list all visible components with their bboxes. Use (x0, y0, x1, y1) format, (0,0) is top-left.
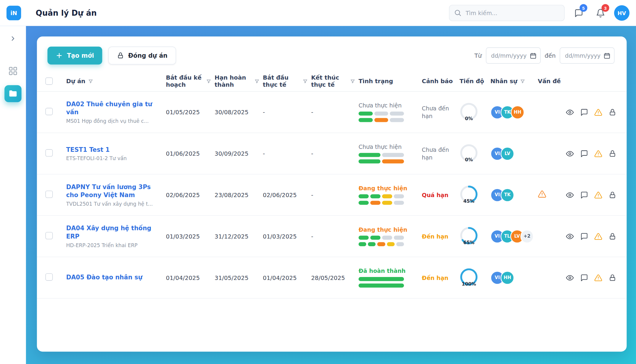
staff-avatars[interactable]: VITLLV+2 (490, 229, 534, 243)
staff-avatars[interactable]: VIHH (490, 271, 534, 285)
warning-button[interactable] (594, 108, 602, 116)
warning-label: Chưa đến hạn (422, 146, 455, 161)
table-row: TEST1 Test 1 ETS-TEFOLI-01-2 Tư vấn 01/0… (37, 133, 627, 175)
project-name-link[interactable]: DA02 Thuê chuyên gia tư vấn (66, 100, 162, 117)
sidebar-expand-button[interactable] (7, 33, 19, 45)
progress-ring: 45% (460, 197, 478, 205)
warning-button[interactable] (594, 232, 602, 240)
table-body: DA02 Thuê chuyên gia tư vấn MS01 Hợp đồn… (37, 92, 627, 299)
view-button[interactable] (566, 191, 574, 199)
view-button[interactable] (566, 149, 574, 157)
lock-button[interactable] (608, 191, 616, 199)
staff-avatars[interactable]: VITKHH (490, 105, 534, 119)
plan-start-date: 02/06/2025 (166, 192, 215, 198)
search-input[interactable] (449, 5, 565, 21)
close-project-button[interactable]: Đóng dự án (108, 47, 176, 65)
column-header-project[interactable]: Dự án (66, 78, 166, 85)
lock-icon (608, 149, 616, 157)
lock-button[interactable] (608, 273, 616, 281)
comment-button[interactable] (580, 191, 588, 199)
toolbar: Tạo mới Đóng dự án Từ dd/mm/yyyy đến dd/… (37, 36, 627, 65)
lock-button[interactable] (608, 108, 616, 116)
actual-start-date: 01/03/2025 (263, 233, 311, 239)
column-header-plan-start[interactable]: Bắt đầu kế hoạch (166, 74, 215, 88)
select-all-checkbox[interactable] (45, 78, 53, 85)
comment-button[interactable] (580, 149, 588, 157)
row-checkbox[interactable] (45, 190, 53, 198)
warning-label: Quá hạn (422, 191, 448, 199)
issue-warning-icon (538, 190, 546, 198)
user-avatar[interactable]: HV (614, 5, 629, 21)
filter-icon[interactable] (254, 78, 260, 84)
warning-triangle-icon (594, 273, 602, 281)
row-checkbox[interactable] (45, 108, 53, 115)
chat-icon (580, 191, 588, 199)
messages-button[interactable]: 5 (570, 5, 587, 21)
progress-ring: 65% (460, 239, 478, 247)
filter-icon[interactable] (88, 78, 93, 84)
column-header-actual-end[interactable]: Kết thúc thực tế (311, 74, 358, 88)
comment-button[interactable] (580, 108, 588, 116)
filter-icon[interactable] (302, 78, 308, 84)
warning-triangle-icon (594, 191, 602, 199)
date-from-input[interactable]: dd/mm/yyyy (486, 47, 540, 64)
status-label: Đang thực hiện (359, 185, 418, 191)
sidebar (0, 26, 26, 364)
progress-label: 45% (460, 197, 478, 205)
folder-icon (8, 89, 18, 99)
table-row: DA02 Thuê chuyên gia tư vấn MS01 Hợp đồn… (37, 92, 627, 133)
sidebar-item-dashboard[interactable] (4, 62, 22, 80)
comment-button[interactable] (580, 273, 588, 281)
eye-icon (566, 149, 574, 157)
page-title: Quản lý Dự án (36, 9, 97, 17)
progress-ring: 0% (460, 115, 478, 122)
view-button[interactable] (566, 108, 574, 116)
plan-start-date: 01/05/2025 (166, 109, 215, 115)
warning-button[interactable] (594, 273, 602, 281)
date-to-input[interactable]: dd/mm/yyyy (560, 47, 614, 64)
staff-avatar[interactable]: HH (511, 105, 524, 119)
staff-avatars[interactable]: VILV (490, 146, 534, 160)
eye-icon (566, 232, 574, 240)
staff-avatar[interactable]: LV (500, 146, 514, 160)
notifications-button[interactable]: 3 (592, 5, 608, 21)
lock-icon (117, 52, 124, 59)
staff-avatar[interactable]: TK (500, 188, 514, 202)
row-checkbox[interactable] (45, 149, 53, 157)
create-project-button[interactable]: Tạo mới (47, 47, 102, 65)
actual-start-date: - (263, 109, 311, 115)
row-checkbox[interactable] (45, 273, 53, 281)
deadline-date: 31/12/2025 (215, 233, 263, 239)
status-label: Chưa thực hiện (359, 102, 418, 109)
filter-icon[interactable] (206, 78, 211, 84)
project-name-link[interactable]: DAPNY Tư vấn lương 3Ps cho Peony Việt Na… (66, 183, 162, 199)
project-subtitle: ETS-TEFOLI-01-2 Tư vấn (66, 155, 162, 162)
column-header-staff[interactable]: Nhân sự (490, 78, 538, 85)
column-header-deadline[interactable]: Hạn hoàn thành (215, 74, 263, 88)
staff-avatar[interactable]: HH (500, 271, 514, 285)
project-name-link[interactable]: TEST1 Test 1 (66, 146, 162, 154)
app-logo: iN (7, 6, 21, 20)
column-header-actual-start[interactable]: Bắt đầu thực tế (263, 74, 311, 88)
view-button[interactable] (566, 273, 574, 281)
staff-avatar[interactable]: +2 (520, 229, 534, 243)
project-subtitle: MS01 Hợp đồng dịch vụ thuê c... (66, 118, 162, 124)
filter-icon[interactable] (520, 78, 525, 84)
progress-ring: 0% (460, 156, 478, 164)
staff-avatars[interactable]: VITK (490, 188, 534, 202)
lock-button[interactable] (608, 232, 616, 240)
comment-button[interactable] (580, 232, 588, 240)
lock-icon (608, 232, 616, 240)
progress-label: 65% (460, 239, 478, 247)
warning-button[interactable] (594, 191, 602, 199)
warning-button[interactable] (594, 149, 602, 157)
warning-label: Chưa đến hạn (422, 105, 455, 120)
project-name-link[interactable]: DA05 Đào tạo nhân sự (66, 273, 162, 282)
filter-icon[interactable] (350, 78, 355, 84)
sidebar-item-projects[interactable] (4, 85, 22, 102)
lock-button[interactable] (608, 149, 616, 157)
view-button[interactable] (566, 232, 574, 240)
row-checkbox[interactable] (45, 232, 53, 239)
project-name-link[interactable]: DA04 Xây dựng hệ thống ERP (66, 224, 162, 241)
search-icon (454, 9, 462, 17)
